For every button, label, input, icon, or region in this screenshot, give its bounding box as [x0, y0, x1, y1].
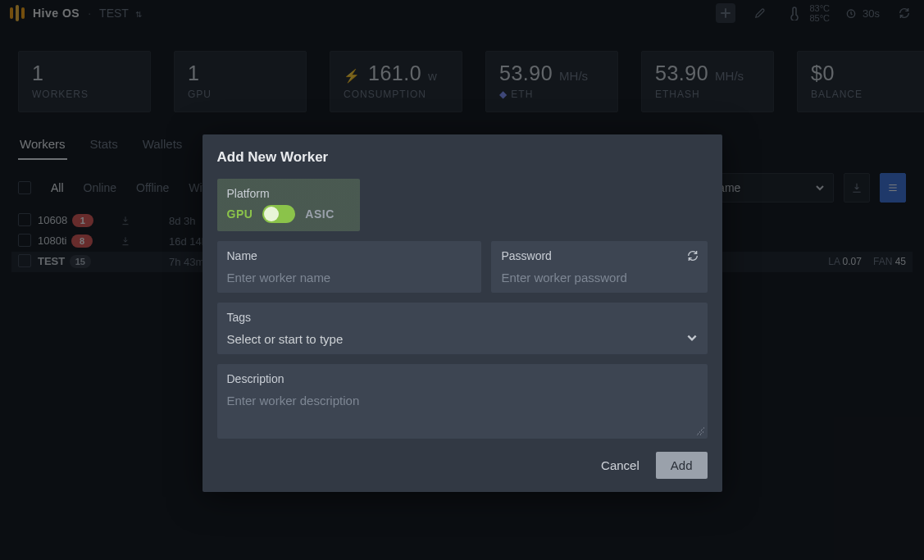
platform-label: Platform	[227, 187, 350, 200]
password-label: Password	[501, 249, 697, 262]
description-label: Description	[227, 372, 698, 385]
description-field: Description	[217, 364, 708, 439]
tags-placeholder: Select or start to type	[227, 329, 686, 346]
password-field: Password	[491, 241, 707, 293]
regenerate-password-icon[interactable]	[686, 249, 699, 262]
tags-label: Tags	[227, 311, 698, 324]
chevron-down-icon	[686, 332, 698, 344]
description-input[interactable]	[227, 390, 698, 428]
add-button[interactable]: Add	[656, 452, 708, 479]
name-input[interactable]	[227, 267, 472, 285]
platform-option-asic[interactable]: ASIC	[305, 207, 334, 221]
add-worker-modal: Add New Worker Platform GPU ASIC Name Pa…	[203, 134, 722, 492]
platform-field: Platform GPU ASIC	[217, 179, 360, 231]
modal-overlay: Add New Worker Platform GPU ASIC Name Pa…	[0, 0, 924, 560]
platform-option-gpu[interactable]: GPU	[227, 207, 253, 221]
resize-handle-icon[interactable]	[696, 427, 704, 435]
tags-field[interactable]: Tags Select or start to type	[217, 303, 708, 354]
platform-toggle[interactable]	[262, 205, 295, 223]
cancel-button[interactable]: Cancel	[596, 452, 644, 479]
name-label: Name	[227, 249, 472, 262]
modal-title: Add New Worker	[217, 149, 708, 166]
password-input[interactable]	[501, 267, 697, 285]
name-field: Name	[217, 241, 482, 293]
